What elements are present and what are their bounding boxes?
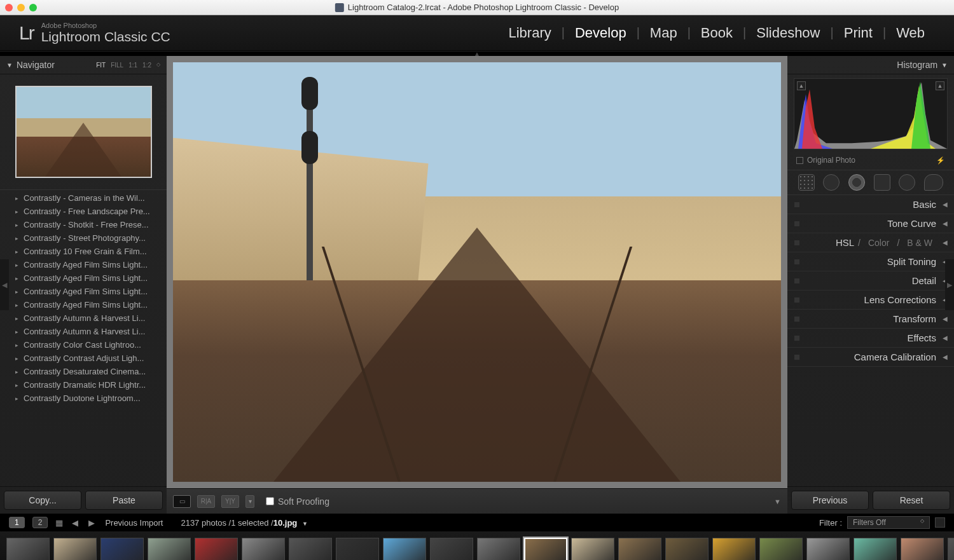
nav-forward-icon[interactable]: ▶ xyxy=(88,518,97,527)
preset-folder[interactable]: Contrastly - Cameras in the Wil... xyxy=(0,191,167,205)
nav-back-icon[interactable]: ◀ xyxy=(72,518,81,527)
filmstrip-thumbnail[interactable]: ◧ xyxy=(289,538,332,560)
filmstrip-thumbnail[interactable]: ◧ xyxy=(477,538,520,560)
preset-folder[interactable]: Contrastly Autumn & Harvest Li... xyxy=(0,325,167,338)
filmstrip-thumbnail[interactable]: ◧ xyxy=(100,538,144,560)
highlight-clipping-icon[interactable]: ▲ xyxy=(936,81,944,90)
copy-button[interactable]: Copy... xyxy=(4,491,81,510)
preset-folder[interactable]: Contrastly - Free Landscape Pre... xyxy=(0,205,167,218)
module-slideshow[interactable]: Slideshow xyxy=(746,25,830,41)
nav-fill[interactable]: FILL xyxy=(111,62,123,69)
filmstrip-thumbnail[interactable]: ◧ xyxy=(53,538,97,560)
panel-hsl[interactable]: HSL/ Color/ B & W◀ xyxy=(787,233,954,252)
radial-filter-tool-icon[interactable] xyxy=(899,174,915,191)
filmstrip-thumbnail[interactable]: ◧ xyxy=(618,538,661,560)
close-window-button[interactable] xyxy=(5,4,13,11)
nav-1to1[interactable]: 1:1 xyxy=(128,62,137,69)
preset-folder[interactable]: Contrastly 10 Free Grain & Film... xyxy=(0,245,167,258)
nav-ratio-stepper-icon[interactable]: ◇ xyxy=(156,62,160,69)
graduated-filter-tool-icon[interactable] xyxy=(874,174,890,191)
filmstrip-thumbnail[interactable]: ◧ xyxy=(6,538,50,560)
preset-folder[interactable]: Contrastly Color Cast Lightroo... xyxy=(0,338,167,352)
panel-basic[interactable]: Basic◀ xyxy=(787,195,954,214)
left-panel-collapse[interactable]: ◀ xyxy=(0,259,9,310)
module-map[interactable]: Map xyxy=(640,25,688,41)
shadow-clipping-icon[interactable]: ▲ xyxy=(797,81,806,90)
preset-folder[interactable]: Contrastly Dramatic HDR Lightr... xyxy=(0,378,167,392)
grid-view-icon[interactable]: ▦ xyxy=(55,518,64,527)
panel-split-toning[interactable]: Split Toning◀ xyxy=(787,252,954,271)
panel-tone-curve[interactable]: Tone Curve◀ xyxy=(787,214,954,233)
filmstrip-thumbnail[interactable]: ◧ xyxy=(948,538,954,560)
filmstrip-thumbnail[interactable]: ◧ xyxy=(854,538,897,560)
crop-tool-icon[interactable] xyxy=(798,174,815,191)
previous-button[interactable]: Previous xyxy=(791,491,869,510)
filmstrip-thumbnail[interactable]: ◧ xyxy=(336,538,379,560)
minimize-window-button[interactable] xyxy=(17,4,25,11)
navigator-thumbnail[interactable] xyxy=(15,86,152,178)
preset-folder[interactable]: Contrastly Aged Film Sims Light... xyxy=(0,271,167,285)
module-library[interactable]: Library xyxy=(498,25,561,41)
before-after-menu-icon[interactable]: ▾ xyxy=(245,495,254,508)
right-panel-collapse[interactable]: ▶ xyxy=(945,259,954,310)
preset-folder[interactable]: Contrastly - Shotkit - Free Prese... xyxy=(0,218,167,231)
preset-folder[interactable]: Contrastly - Street Photography... xyxy=(0,231,167,245)
nav-fit[interactable]: FIT xyxy=(96,62,106,69)
reset-button[interactable]: Reset xyxy=(873,491,950,510)
preset-folder[interactable]: Contrastly Aged Film Sims Light... xyxy=(0,258,167,271)
filmstrip-thumbnail[interactable]: ◧ xyxy=(806,538,850,560)
filter-dropdown[interactable]: Filters Off◇ xyxy=(847,516,930,529)
flash-icon[interactable]: ⚡ xyxy=(936,156,945,165)
filmstrip-thumbnail[interactable]: ◧ xyxy=(665,538,709,560)
module-develop[interactable]: Develop xyxy=(565,25,637,41)
toolbar-menu-icon[interactable]: ▼ xyxy=(774,498,781,505)
filmstrip[interactable]: ◧◧◧◧◧◧◧◧◧◧◧◧◧◧◧◧◧◧◧◧◧ xyxy=(0,531,954,560)
paste-button[interactable]: Paste xyxy=(85,491,163,510)
before-after-tb-icon[interactable]: Y|Y xyxy=(221,495,239,508)
loupe-view-icon[interactable]: ▭ xyxy=(173,495,191,508)
navigator-preview[interactable] xyxy=(0,74,167,189)
secondary-display-2[interactable]: 2 xyxy=(32,517,48,528)
soft-proofing-checkbox[interactable] xyxy=(266,497,274,505)
spot-removal-tool-icon[interactable] xyxy=(823,174,840,191)
filmstrip-thumbnail[interactable]: ◧ xyxy=(901,538,944,560)
panel-detail[interactable]: Detail◀ xyxy=(787,271,954,290)
preset-folder[interactable]: Contrastly Desaturated Cinema... xyxy=(0,365,167,378)
preset-folder[interactable]: Contrastly Contrast Adjust Ligh... xyxy=(0,352,167,365)
panel-lens-corrections[interactable]: Lens Corrections◀ xyxy=(787,290,954,310)
histogram-header[interactable]: Histogram ▼ xyxy=(787,56,954,74)
filmstrip-thumbnail[interactable]: ◧ xyxy=(242,538,285,560)
filmstrip-thumbnail[interactable]: ◧ xyxy=(383,538,426,560)
module-book[interactable]: Book xyxy=(691,25,743,41)
before-after-lr-icon[interactable]: R|A xyxy=(197,495,215,508)
top-collapse-handle[interactable]: ▲ xyxy=(0,51,954,56)
filter-lock-icon[interactable] xyxy=(935,517,945,528)
filmstrip-thumbnail[interactable]: ◧ xyxy=(195,538,238,560)
filmstrip-thumbnail[interactable]: ◧ xyxy=(148,538,191,560)
filename-menu-icon[interactable]: ▼ xyxy=(302,521,308,527)
adjustment-brush-tool-icon[interactable] xyxy=(924,174,943,191)
preset-folder[interactable]: Contrastly Aged Film Sims Light... xyxy=(0,285,167,298)
nav-ratio[interactable]: 1:2 xyxy=(142,62,151,69)
checkbox-icon[interactable] xyxy=(796,157,803,164)
panel-camera-calibration[interactable]: Camera Calibration◀ xyxy=(787,348,954,367)
source-label[interactable]: Previous Import xyxy=(105,518,163,528)
histogram[interactable]: ▲ ▲ xyxy=(794,78,948,149)
photo-canvas[interactable] xyxy=(173,62,781,482)
preset-folder[interactable]: Contrastly Duotone Lightroom... xyxy=(0,392,167,405)
panel-transform[interactable]: Transform◀ xyxy=(787,310,954,329)
module-print[interactable]: Print xyxy=(834,25,883,41)
navigator-header[interactable]: ▼ Navigator FIT FILL 1:1 1:2 ◇ xyxy=(0,56,167,74)
panel-effects[interactable]: Effects◀ xyxy=(787,329,954,348)
filmstrip-thumbnail[interactable]: ◧ xyxy=(712,538,756,560)
soft-proofing-toggle[interactable]: Soft Proofing xyxy=(266,496,329,507)
filmstrip-thumbnail[interactable]: ◧ xyxy=(571,538,614,560)
module-web[interactable]: Web xyxy=(886,25,935,41)
filmstrip-thumbnail[interactable]: ◧ xyxy=(524,538,567,560)
redeye-tool-icon[interactable] xyxy=(848,174,865,191)
filmstrip-thumbnail[interactable]: ◧ xyxy=(430,538,473,560)
secondary-display-1[interactable]: 1 xyxy=(9,517,25,528)
preset-folder[interactable]: Contrastly Autumn & Harvest Li... xyxy=(0,311,167,325)
preset-folder[interactable]: Contrastly Aged Film Sims Light... xyxy=(0,298,167,311)
filmstrip-thumbnail[interactable]: ◧ xyxy=(759,538,803,560)
